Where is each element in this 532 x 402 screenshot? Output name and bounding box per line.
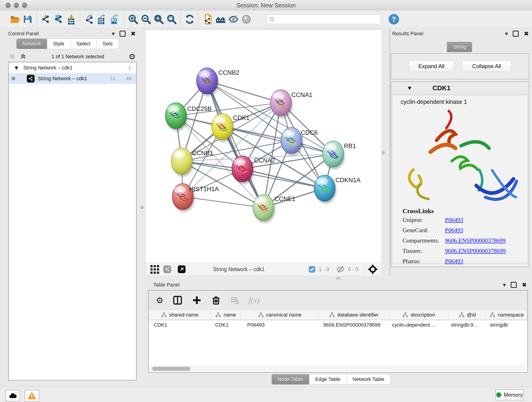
expand-all-icon[interactable]	[19, 53, 27, 60]
collapse-all-icon[interactable]	[8, 53, 16, 60]
export-table-button[interactable]	[96, 13, 109, 26]
edge-CCNA2-CDKN1A[interactable]	[242, 169, 325, 188]
grid-view-icon[interactable]	[150, 265, 159, 274]
network-view-canvas[interactable]: CCNB2CCNA1CDC25BCDK1CDC6RB1CCNB1CCNA2CDK…	[145, 30, 382, 263]
tab-node-table[interactable]: Node Table	[272, 374, 309, 385]
crosslink-label: Uniprot:	[403, 217, 445, 223]
import-table-button[interactable]	[65, 13, 78, 26]
export-image-button[interactable]	[109, 13, 121, 26]
expand-all-button[interactable]: Expand All	[409, 61, 454, 72]
save-session-button[interactable]	[21, 13, 34, 26]
string-home-button[interactable]	[214, 13, 227, 26]
panel-menu-icon[interactable]: ▾	[112, 31, 114, 37]
node-CDC25B[interactable]: CDC25B	[165, 103, 212, 131]
node-CDKN1A[interactable]: CDKN1A	[314, 175, 361, 204]
crosslink-link[interactable]: 9606.ENSP00000378699	[445, 248, 506, 254]
help-button[interactable]: ?	[387, 13, 400, 26]
gene-header-row[interactable]: ▼ CDK1	[391, 82, 529, 94]
crosslink-link[interactable]: P06493	[445, 258, 463, 265]
selected-checkbox-icon[interactable]	[308, 265, 316, 273]
scrollbar-thumb[interactable]	[152, 367, 190, 371]
open-session-button[interactable]	[8, 13, 21, 26]
crosslink-link[interactable]: P06493	[445, 227, 463, 234]
tab-edge-table[interactable]: Edge Table	[309, 374, 347, 385]
table-cell[interactable]: stringdb	[485, 320, 527, 330]
node-HIST1H1A[interactable]: HIST1H1A	[172, 184, 219, 212]
hide-glyph-button[interactable]	[227, 13, 240, 26]
tree-expander-icon[interactable]: ▼	[15, 65, 18, 70]
memory-button[interactable]: Memory	[495, 389, 524, 400]
table-cell[interactable]: P06493	[242, 320, 318, 330]
node-CCNA1[interactable]: CCNA1	[270, 89, 312, 118]
tab-sets[interactable]: Sets	[97, 38, 119, 49]
cloud-status-button[interactable]	[6, 390, 20, 402]
panel-close-icon[interactable]: ✖	[131, 30, 136, 37]
edge-HIST1H1A-CCNE1[interactable]	[183, 197, 264, 208]
network-view-title: String Network – cdk1	[213, 266, 265, 273]
panel-float-icon[interactable]	[511, 282, 517, 288]
column-header--id[interactable]: @id	[449, 310, 486, 320]
import-database-button[interactable]	[52, 13, 65, 26]
panel-close-icon[interactable]: ✖	[524, 30, 529, 37]
zoom-in-button[interactable]	[127, 13, 139, 26]
string-tools-icon[interactable]	[163, 265, 171, 273]
search-input[interactable]	[266, 14, 381, 24]
zoom-out-button[interactable]	[139, 13, 152, 26]
crosslink-link[interactable]: 9606.ENSP00000378699	[445, 237, 506, 244]
zoom-selected-button[interactable]	[165, 13, 178, 26]
tab-string[interactable]: String	[447, 42, 472, 52]
export-network-button[interactable]	[83, 13, 96, 26]
node-table: ⚙f(x) shared namenamecanonical namedatab…	[148, 290, 528, 373]
table-cell[interactable]: CDK1	[210, 320, 242, 330]
table-cell[interactable]: CDK1	[149, 320, 210, 330]
table-horizontal-scrollbar[interactable]	[149, 366, 526, 372]
column-header-database-identifier[interactable]: database identifier	[319, 310, 389, 320]
node-CCNB2[interactable]: CCNB2	[196, 68, 239, 96]
table-cell[interactable]: 9606.ENSP00000378699	[318, 320, 387, 330]
column-header-shared-name[interactable]: shared name	[149, 310, 211, 320]
panel-menu-icon[interactable]: ▾	[505, 31, 508, 37]
columns-icon[interactable]	[172, 295, 183, 305]
gear-icon[interactable]: ⚙	[156, 296, 163, 305]
gene-expander-icon[interactable]: ▼	[408, 85, 411, 91]
tab-network[interactable]: Network	[16, 38, 47, 49]
network-label: String Network – cdk1	[38, 76, 110, 82]
table-cell[interactable]: stringdb:9...	[446, 320, 485, 330]
open-external-icon[interactable]	[178, 265, 186, 273]
birdseye-view-icon[interactable]	[368, 264, 378, 274]
column-header-namespace[interactable]: namespace	[486, 310, 527, 320]
node-CCNB1[interactable]: CCNB1	[171, 148, 213, 177]
presentation-eye-button[interactable]	[240, 13, 253, 26]
tab-network-table[interactable]: Network Table	[347, 374, 391, 385]
bottom-splitter-handle[interactable]	[336, 277, 341, 280]
results-panel-tabs: String	[447, 42, 472, 52]
column-header-description[interactable]: description	[389, 310, 449, 320]
panel-float-icon[interactable]	[120, 31, 126, 37]
open-file-share-button[interactable]	[201, 13, 214, 26]
panel-float-icon[interactable]	[513, 31, 519, 37]
warnings-button[interactable]	[25, 390, 39, 402]
table-delete-icon	[230, 296, 239, 305]
network-view-toolbar: String Network – cdk1 1 - 0 0 - 0	[145, 263, 382, 276]
panel-close-icon[interactable]: ✖	[522, 281, 527, 288]
tab-style[interactable]: Style	[47, 38, 70, 49]
network-options-gear-icon[interactable]: ⚙	[129, 52, 136, 61]
results-splitter[interactable]	[389, 28, 390, 275]
left-splitter-handle[interactable]	[139, 205, 145, 210]
table-row[interactable]: CDK1CDK1P064939606.ENSP00000378699cyclin…	[149, 320, 527, 330]
add-icon[interactable]	[192, 295, 202, 305]
column-header-canonical-name[interactable]: canonical name	[241, 310, 319, 320]
crosslink-link[interactable]: P06493	[445, 217, 463, 223]
network-row[interactable]: String Network – cdk1 11 48	[9, 73, 136, 84]
import-network-button[interactable]	[39, 13, 52, 26]
tab-select[interactable]: Select	[70, 38, 97, 49]
column-header-name[interactable]: name	[211, 310, 241, 320]
node-RB1[interactable]: RB1	[323, 141, 356, 169]
table-cell[interactable]: cyclin-dependent ...	[387, 320, 446, 330]
network-collection-row[interactable]: ▼ String Network – cdk1 1	[9, 62, 136, 73]
panel-menu-icon[interactable]: ▾	[503, 282, 506, 288]
zoom-fit-button[interactable]	[152, 13, 165, 26]
collapse-all-button[interactable]: Collapse All	[462, 61, 511, 72]
trash-icon[interactable]	[211, 295, 221, 305]
refresh-button[interactable]	[183, 13, 196, 26]
